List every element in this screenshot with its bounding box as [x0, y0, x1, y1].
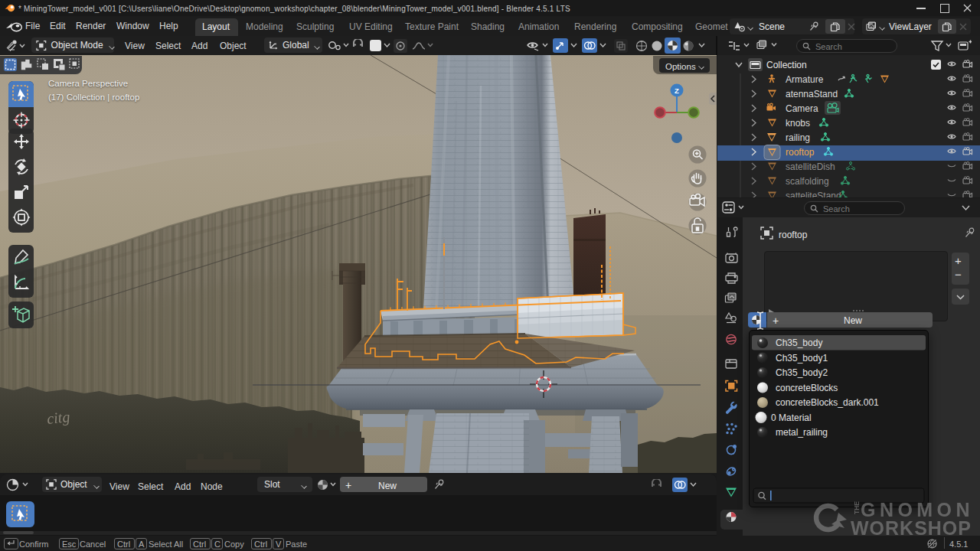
svg-text:WORKSHOP: WORKSHOP [851, 517, 971, 539]
svg-text:metal_railing: metal_railing [776, 427, 828, 438]
svg-text:0 Material: 0 Material [771, 412, 812, 423]
svg-text:scalfolding: scalfolding [786, 176, 829, 187]
svg-text:Ch35_body: Ch35_body [776, 337, 822, 348]
svg-text:Ch35_body1: Ch35_body1 [776, 353, 828, 364]
svg-text:concreteBlocks: concreteBlocks [776, 383, 838, 393]
svg-text:satelliteDish: satelliteDish [786, 161, 835, 172]
svg-text:Camera: Camera [786, 103, 818, 114]
svg-text:railing: railing [786, 132, 810, 143]
svg-text:atennaStand: atennaStand [786, 89, 838, 99]
svg-text:Ch35_body2: Ch35_body2 [776, 367, 828, 378]
svg-text:Armature: Armature [786, 74, 824, 85]
svg-text:knobs: knobs [786, 118, 810, 129]
svg-text:Collection: Collection [766, 60, 807, 70]
svg-text:THE: THE [853, 501, 861, 514]
svg-text:Z: Z [675, 86, 679, 95]
svg-text:concreteBlocks_dark.001: concreteBlocks_dark.001 [776, 397, 879, 408]
svg-text:rooftop: rooftop [786, 147, 815, 158]
svg-text:satteliteStand: satteliteStand [786, 191, 841, 198]
svg-text:citg: citg [46, 408, 70, 428]
